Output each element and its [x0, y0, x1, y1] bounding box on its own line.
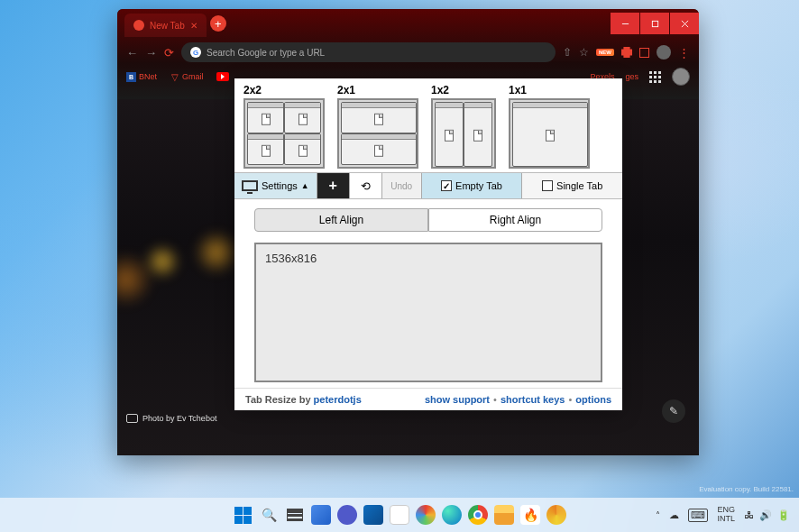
extensions-icon[interactable]: [621, 47, 632, 58]
add-layout-button[interactable]: +: [317, 173, 350, 198]
checkbox-checked-icon: [441, 180, 452, 191]
reload-button[interactable]: ⟳: [164, 46, 174, 60]
checkbox-unchecked-icon: [542, 180, 553, 191]
taskbar-app-widgets[interactable]: [311, 505, 331, 525]
new-tab-button[interactable]: +: [210, 15, 226, 32]
layout-1x1[interactable]: 1x1: [509, 84, 590, 169]
minimize-button[interactable]: [611, 13, 639, 34]
taskbar-app-chat[interactable]: [337, 505, 357, 525]
bookmark-gmail[interactable]: ▽Gmail: [170, 72, 204, 82]
tray-keyboard-icon[interactable]: ⌨: [688, 509, 708, 522]
taskbar-app-settings[interactable]: [416, 505, 436, 525]
tab-resize-popup: 2x2 2x1 1x2 1x1: [234, 78, 622, 410]
forward-button[interactable]: →: [145, 46, 157, 60]
account-avatar[interactable]: [672, 68, 690, 86]
bookmark-bnet[interactable]: BBNet: [126, 72, 157, 82]
taskbar-app-flame[interactable]: 🔥: [520, 505, 540, 525]
taskbar-app-chrome[interactable]: [468, 505, 488, 525]
apps-grid-icon[interactable]: [649, 71, 661, 83]
single-tab-toggle[interactable]: Single Tab: [522, 173, 622, 198]
right-align-button[interactable]: Right Align: [428, 208, 602, 232]
google-icon: G: [190, 47, 201, 58]
svg-rect-1: [652, 21, 657, 26]
language-indicator[interactable]: ENG INTL: [717, 506, 735, 524]
share-icon[interactable]: ⇧: [563, 46, 572, 59]
shortcut-keys-link[interactable]: shortcut keys: [501, 394, 565, 405]
network-icon: 🖧: [744, 509, 754, 521]
battery-icon: 🔋: [777, 509, 790, 521]
task-view-button[interactable]: [285, 505, 305, 525]
tab-label: New Tab: [150, 21, 185, 31]
tab-resize-extension-icon[interactable]: [639, 48, 649, 58]
refresh-button[interactable]: ⟲: [350, 173, 382, 198]
footer-credit: Tab Resize by peterdotjs: [245, 394, 362, 405]
bookmark-youtube[interactable]: [216, 72, 229, 81]
close-window-button[interactable]: [670, 13, 699, 34]
extension-new-badge[interactable]: NEW: [596, 49, 614, 56]
layout-1x2[interactable]: 1x2: [431, 84, 496, 169]
back-button[interactable]: ←: [126, 46, 138, 60]
system-tray: ˄ ☁ ⌨ ENG INTL 🖧 🔊 🔋: [656, 506, 790, 524]
maximize-button[interactable]: [640, 13, 669, 34]
close-tab-icon[interactable]: ✕: [190, 21, 197, 31]
volume-icon: 🔊: [759, 509, 772, 521]
tray-overflow-button[interactable]: ˄: [656, 510, 660, 520]
align-controls: Left Align Right Align: [234, 199, 622, 237]
taskbar-app-canary[interactable]: [546, 505, 566, 525]
start-button[interactable]: [233, 505, 253, 525]
onedrive-icon[interactable]: ☁: [669, 509, 679, 521]
popup-footer: Tab Resize by peterdotjs show support • …: [234, 388, 622, 410]
refresh-icon: ⟲: [361, 179, 371, 193]
empty-tab-toggle[interactable]: Empty Tab: [422, 173, 523, 198]
browser-tab[interactable]: New Tab ✕: [124, 14, 207, 37]
layout-options: 2x2 2x1 1x2 1x1: [234, 78, 622, 172]
taskbar: 🔍 🔥 ˄ ☁ ⌨ ENG INTL 🖧 🔊 🔋: [0, 498, 799, 532]
taskbar-app-mail[interactable]: [363, 505, 383, 525]
chevron-up-icon: ▲: [301, 181, 309, 190]
tab-icon: [133, 20, 144, 31]
taskbar-app-edge[interactable]: [442, 505, 462, 525]
bookmark-star-icon[interactable]: ☆: [579, 46, 589, 59]
options-link[interactable]: options: [575, 394, 611, 405]
plus-icon: +: [329, 178, 337, 194]
author-link[interactable]: peterdotjs: [314, 394, 362, 405]
url-placeholder: Search Google or type a URL: [207, 48, 325, 58]
show-support-link[interactable]: show support: [425, 394, 490, 405]
layout-2x2[interactable]: 2x2: [243, 84, 325, 169]
page-link-images[interactable]: ges: [625, 72, 638, 81]
taskbar-app-explorer[interactable]: [494, 505, 514, 525]
address-bar: ← → ⟳ G Search Google or type a URL ⇧ ☆ …: [117, 38, 699, 67]
browser-titlebar: New Tab ✕ +: [117, 9, 699, 38]
search-button[interactable]: 🔍: [259, 505, 279, 525]
left-align-button[interactable]: Left Align: [254, 208, 428, 232]
taskbar-app-store[interactable]: [390, 505, 409, 525]
popup-toolbar: Settings ▲ + ⟲ Undo Empty Tab Single Tab: [234, 172, 622, 199]
resolution-display: 1536x816: [254, 243, 602, 382]
monitor-icon: [242, 180, 258, 191]
settings-button[interactable]: Settings ▲: [234, 173, 317, 198]
photo-credit[interactable]: Photo by Ev Tchebot: [126, 414, 216, 423]
quick-settings[interactable]: 🖧 🔊 🔋: [744, 509, 790, 521]
profile-avatar[interactable]: [657, 45, 671, 60]
link-icon: [126, 414, 138, 423]
menu-button[interactable]: ⋮: [678, 46, 690, 60]
customize-button[interactable]: ✎: [662, 399, 685, 423]
layout-2x1[interactable]: 2x1: [337, 84, 418, 169]
undo-button[interactable]: Undo: [382, 173, 422, 198]
url-input[interactable]: G Search Google or type a URL: [181, 42, 556, 62]
evaluation-watermark: Evaluation copy. Build 22581.: [699, 485, 794, 494]
